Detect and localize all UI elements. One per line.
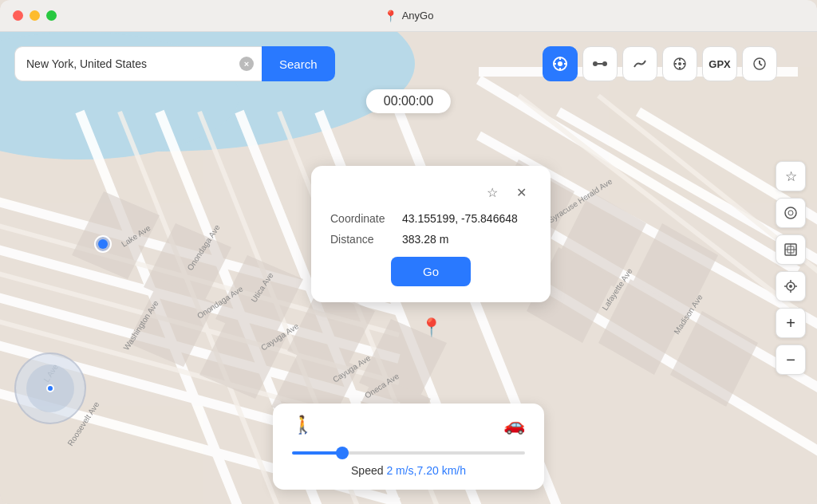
search-button[interactable]: Search <box>262 46 335 81</box>
svg-point-83 <box>789 285 792 288</box>
traffic-lights <box>13 10 57 21</box>
window-chrome: 📍 AnyGo <box>0 0 817 32</box>
top-toolbar: GPX <box>543 46 777 81</box>
gpx-button[interactable]: GPX <box>702 46 737 81</box>
distance-value: 383.28 m <box>402 233 448 246</box>
popup-star-button[interactable]: ☆ <box>482 182 503 203</box>
right-toolbar: ☆ + − <box>776 161 806 375</box>
minimap-dot <box>46 384 54 392</box>
speed-value: 2 m/s,7.20 km/h <box>386 464 466 477</box>
search-input-wrapper: New York, United States × <box>14 46 262 81</box>
go-button-wrapper: Go <box>330 257 531 286</box>
minimap-inner <box>26 364 74 412</box>
search-input[interactable]: New York, United States <box>14 46 262 81</box>
svg-point-65 <box>602 61 607 66</box>
route-button[interactable] <box>582 46 618 81</box>
svg-line-75 <box>760 64 762 65</box>
multi-route-button[interactable] <box>622 46 657 81</box>
location-dot <box>94 235 112 253</box>
destination-pin: 📍 <box>420 317 442 338</box>
current-location-button[interactable] <box>776 271 806 301</box>
popup-close-button[interactable]: ✕ <box>511 182 531 203</box>
distance-label: Distance <box>330 233 402 246</box>
center-location-button[interactable] <box>543 46 578 81</box>
svg-point-64 <box>593 61 598 66</box>
map-area[interactable]: Lake Ave Onondaga Ave Cayuga Ave Cayuga … <box>0 32 817 504</box>
minimap <box>14 352 86 424</box>
joystick-button[interactable] <box>662 46 697 81</box>
search-bar: New York, United States × Search <box>14 46 335 81</box>
speed-text: Speed 2 m/s,7.20 km/h <box>292 464 525 477</box>
window-title: 📍 AnyGo <box>384 10 434 22</box>
svg-point-77 <box>788 211 793 215</box>
speed-slider[interactable] <box>292 451 525 455</box>
favorite-button[interactable]: ☆ <box>776 161 806 191</box>
svg-point-59 <box>558 61 562 66</box>
clear-button[interactable]: × <box>239 57 254 71</box>
go-button[interactable]: Go <box>391 257 471 286</box>
location-popup: ☆ ✕ Coordinate 43.155199, -75.846648 Dis… <box>311 166 551 302</box>
svg-point-76 <box>785 207 796 219</box>
history-button[interactable] <box>742 46 777 81</box>
coordinate-row: Coordinate 43.155199, -75.846648 <box>330 212 531 225</box>
compass-button[interactable] <box>776 198 806 228</box>
speed-slider-wrapper <box>292 443 525 458</box>
pin-icon: 📍 <box>384 10 397 22</box>
close-button[interactable] <box>13 10 23 21</box>
speed-label: Speed <box>351 464 383 477</box>
walk-icon: 🚶 <box>292 415 314 435</box>
car-icon: 🚗 <box>503 415 525 435</box>
popup-header: ☆ ✕ <box>330 182 531 203</box>
zoom-in-button[interactable]: + <box>776 308 806 338</box>
minimize-button[interactable] <box>30 10 40 21</box>
zoom-out-button[interactable]: − <box>776 345 806 375</box>
coordinate-value: 43.155199, -75.846648 <box>402 212 518 225</box>
coordinate-label: Coordinate <box>330 212 402 225</box>
distance-row: Distance 383.28 m <box>330 233 531 246</box>
app-title: AnyGo <box>402 10 434 22</box>
layers-button[interactable] <box>776 234 806 265</box>
speed-icons-row: 🚶 🚗 <box>292 415 525 435</box>
fullscreen-button[interactable] <box>46 10 57 21</box>
timer-pill: 00:00:00 <box>366 89 451 113</box>
speed-panel: 🚶 🚗 Speed 2 m/s,7.20 km/h <box>273 404 544 490</box>
svg-point-72 <box>678 62 681 65</box>
